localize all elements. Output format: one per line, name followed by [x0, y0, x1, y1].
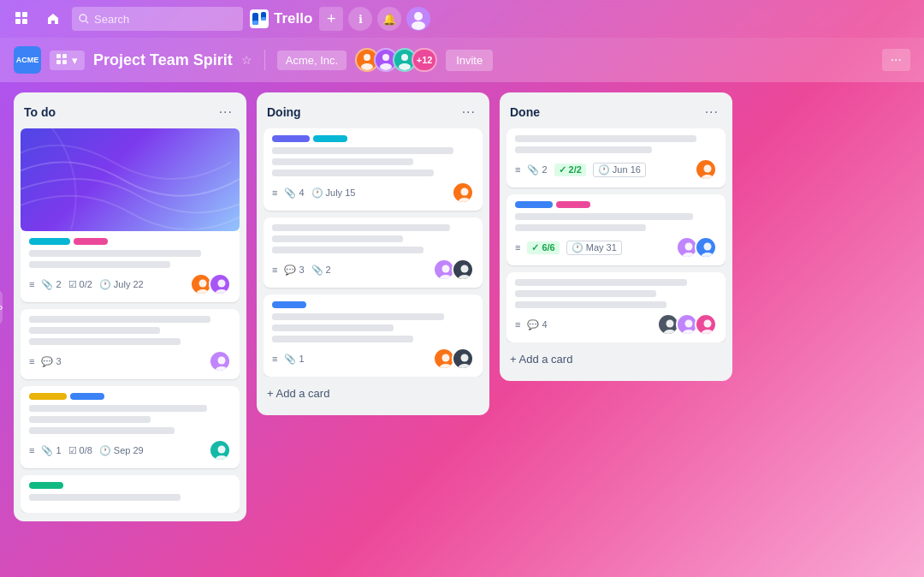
svg-point-7: [412, 21, 425, 30]
card-todo-1[interactable]: ≡ 📎2 ☑0/2 🕐July 22: [21, 128, 240, 302]
attachment-count: 📎2: [41, 279, 61, 290]
card-title: [272, 224, 474, 253]
text-line: [29, 405, 207, 412]
user-avatar[interactable]: [406, 7, 430, 31]
label-indigo: [272, 135, 310, 142]
notifications-button[interactable]: 🔔: [377, 7, 401, 31]
card-meta: ≡ ✓6/6 🕐May 31: [515, 236, 717, 259]
card-done-1[interactable]: ≡ 📎2 ✓2/2 🕐Jun 16: [506, 128, 726, 187]
attachment-icon: 📎: [41, 445, 53, 456]
card-meta: ≡ 📎1: [272, 348, 474, 370]
checklist-badge-done: ✓6/6: [527, 241, 559, 254]
checklist-icon: ☑: [68, 279, 77, 290]
column-todo-title: To do: [24, 105, 56, 119]
svg-rect-10: [56, 60, 61, 64]
card-todo-2[interactable]: ≡ 💬3: [21, 309, 240, 379]
card-title: [29, 250, 231, 268]
top-navigation: Search Trello + ℹ 🔔: [0, 0, 924, 38]
column-done-header: Done: [506, 101, 726, 128]
column-doing-menu[interactable]: [459, 103, 479, 122]
svg-point-35: [459, 364, 471, 370]
svg-point-46: [704, 320, 712, 328]
text-line: [272, 336, 413, 342]
workspace-switcher[interactable]: ▾: [50, 51, 85, 70]
board-title: Project Team Spirit: [93, 51, 233, 69]
apps-grid-button[interactable]: [10, 7, 34, 31]
attachment-icon: 📎: [311, 265, 323, 276]
invite-button[interactable]: Invite: [446, 50, 493, 71]
workspace-switcher-chevron: ▾: [72, 54, 78, 67]
column-doing-title: Doing: [267, 105, 301, 119]
card-meta: ≡ 💬3: [29, 350, 231, 372]
svg-point-30: [461, 265, 469, 273]
svg-rect-0: [15, 12, 21, 17]
svg-point-25: [216, 455, 228, 461]
card-title: [29, 405, 231, 434]
card-member-1: [209, 350, 231, 372]
card-todo-4[interactable]: [21, 475, 240, 513]
add-card-doing-button[interactable]: + Add a card: [264, 380, 483, 407]
add-card-done-button[interactable]: + Add a card: [506, 346, 726, 372]
card-doing-2[interactable]: ≡ 💬3 📎2: [264, 217, 483, 288]
card-member-1: [452, 181, 474, 204]
label-pink: [556, 201, 590, 208]
text-line: [272, 235, 403, 242]
member-count-badge[interactable]: +12: [412, 48, 437, 72]
card-menu-icon: ≡: [272, 187, 277, 198]
text-line: [515, 213, 693, 220]
card-doing-1[interactable]: ≡ 📎4 🕐 July 15: [264, 128, 483, 211]
info-button[interactable]: ℹ: [348, 7, 372, 31]
column-doing-header: Doing: [264, 101, 483, 128]
trello-logo: Trello: [250, 9, 312, 28]
card-done-3[interactable]: ≡ 💬4: [506, 272, 726, 342]
text-line: [272, 224, 450, 231]
clock-icon: 🕐: [598, 164, 610, 175]
card-title: [515, 213, 717, 231]
column-todo-menu[interactable]: [216, 103, 236, 122]
card-labels: [515, 201, 717, 208]
column-done-menu[interactable]: [702, 103, 722, 122]
board-menu-button[interactable]: ···: [882, 49, 910, 71]
text-line: [515, 290, 656, 297]
home-button[interactable]: [41, 7, 65, 31]
card-done-2[interactable]: ≡ ✓6/6 🕐May 31: [506, 194, 726, 265]
text-line: [515, 279, 687, 286]
label-cyan: [29, 238, 70, 245]
svg-rect-11: [62, 60, 67, 64]
board-content: To do: [0, 82, 924, 577]
column-todo-header: To do: [21, 101, 240, 128]
checklist-count: ☑0/8: [68, 445, 92, 456]
svg-point-40: [704, 243, 712, 251]
star-button[interactable]: ☆: [241, 53, 252, 67]
due-date: 🕐 July 15: [311, 187, 356, 199]
label-blue: [515, 201, 553, 208]
checklist-count: ☑0/2: [68, 279, 92, 290]
card-title: [29, 316, 231, 345]
attachment-icon: 📎: [527, 164, 539, 175]
svg-point-45: [683, 330, 695, 336]
text-line: [272, 170, 434, 176]
due-date: 🕐July 22: [99, 279, 144, 290]
card-labels: [29, 238, 231, 245]
column-doing-cards: ≡ 📎4 🕐 July 15: [264, 128, 483, 377]
svg-point-16: [401, 54, 408, 61]
svg-rect-3: [22, 19, 27, 24]
add-button[interactable]: +: [319, 7, 343, 31]
workspace-name-pill[interactable]: Acme, Inc.: [277, 51, 346, 70]
card-doing-3[interactable]: ≡ 📎1: [264, 294, 483, 377]
column-todo: To do: [14, 92, 246, 521]
attachment-icon: 📎: [284, 187, 296, 199]
card-menu-icon: ≡: [29, 356, 34, 366]
search-bar[interactable]: Search: [72, 7, 243, 31]
svg-point-37: [702, 175, 714, 181]
svg-point-32: [442, 354, 450, 362]
card-member-1: [695, 158, 717, 181]
svg-point-42: [666, 320, 674, 328]
text-line: [515, 301, 666, 308]
checklist-icon: ☑: [68, 445, 77, 456]
card-menu-icon: ≡: [515, 242, 520, 253]
attachment-count: 📎4: [284, 187, 304, 199]
svg-point-38: [685, 243, 693, 251]
card-todo-3[interactable]: ≡ 📎1 ☑0/8 🕐Sep 29: [21, 386, 240, 468]
sidebar-toggle-button[interactable]: »: [0, 290, 3, 324]
